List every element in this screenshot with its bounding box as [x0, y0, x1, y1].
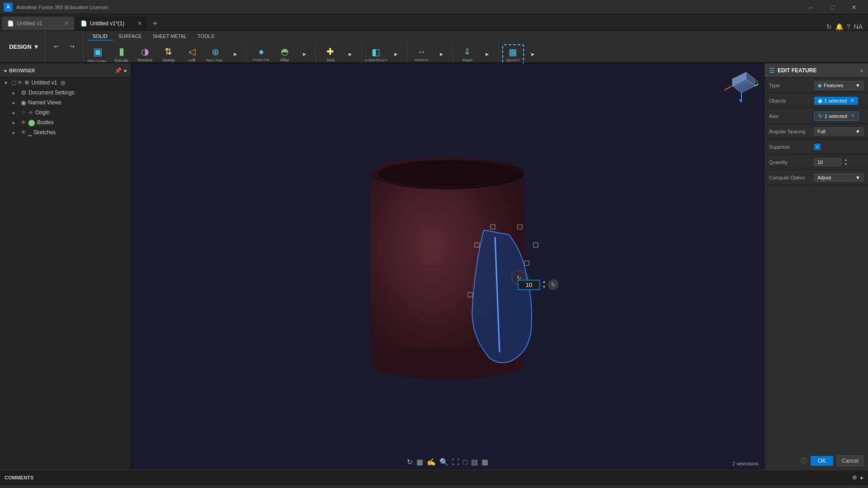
tree-item-doc-settings[interactable]: ▸ ⚙ Document Settings — [0, 88, 131, 98]
loft-button[interactable]: ◁ Loft — [181, 44, 203, 64]
assemble-more-icon: ► — [348, 51, 353, 57]
bodies-icon: ⬤ — [28, 119, 35, 126]
fillet-button[interactable]: ◓ Fillet — [274, 44, 296, 64]
suppress-row: Suppress ✓ — [764, 139, 868, 155]
joint-button[interactable]: ✚ Joint — [320, 44, 341, 64]
axis-clear-icon[interactable]: ✕ — [851, 113, 855, 119]
orbit-icon[interactable]: ↻ — [407, 458, 413, 466]
bell-icon[interactable]: 🔔 — [835, 23, 843, 30]
suppress-checkbox[interactable]: ✓ — [814, 144, 821, 150]
root-target-icon[interactable]: ◎ — [61, 80, 65, 86]
objects-selected-badge[interactable]: ◉ 1 selected ✕ — [814, 97, 858, 105]
quantity-up-icon[interactable]: ▲ — [844, 158, 848, 162]
maximize-button[interactable]: □ — [822, 0, 843, 14]
tree-item-root[interactable]: ▼ □ 👁 ⚙ Untitled v1 ◎ — [0, 78, 131, 88]
angular-spacing-dropdown[interactable]: Full ▼ — [814, 127, 863, 136]
root-visibility-icon[interactable]: 👁 — [17, 80, 23, 86]
expand-icon[interactable]: ▹ — [861, 67, 863, 74]
minimize-button[interactable]: – — [800, 0, 821, 14]
axis-selected-badge[interactable]: ↻ 1 selected ✕ — [814, 112, 859, 121]
insert-more-button[interactable]: ► — [480, 44, 495, 64]
type-dropdown[interactable]: ◉ Features ▼ — [814, 81, 863, 90]
viewcube[interactable]: Y X Z — [723, 68, 760, 104]
inspect-more-button[interactable]: ► — [434, 44, 449, 64]
tab-icon-active: 📄 — [80, 20, 87, 27]
browser-collapse-icon[interactable]: ▸ — [124, 67, 127, 74]
tab-close-icon-active[interactable]: ✕ — [137, 20, 142, 27]
compute-option-arrow-icon: ▼ — [855, 175, 860, 180]
comments-collapse-icon[interactable]: ▸ — [861, 474, 863, 481]
origin-icon: ✧ — [28, 109, 33, 116]
info-icon[interactable]: ⓘ — [801, 457, 807, 465]
pattern-button[interactable]: ⊛ Rect. Patt... — [205, 44, 226, 64]
browser-panel: ◂ BROWSER 📌 ▸ ▼ □ 👁 ⚙ Untitled v1 ◎ ▸ ⚙ … — [0, 63, 131, 470]
design-label: DESIGN — [9, 43, 32, 50]
type-arrow-icon: ▼ — [855, 83, 860, 88]
qty-up-icon[interactable]: ▲ — [542, 279, 546, 285]
qty-reset-button[interactable]: ↻ — [548, 279, 559, 290]
help-icon[interactable]: ? — [847, 23, 850, 30]
construct-more-button[interactable]: ► — [389, 44, 403, 64]
measure-button[interactable]: ↔ Measure — [411, 44, 433, 64]
root-settings-icon[interactable]: ⚙ — [24, 80, 29, 86]
account-icon[interactable]: NA — [854, 23, 863, 30]
sweep-button[interactable]: ⇅ Sweep — [158, 44, 179, 64]
extrude-button[interactable]: ▮ Extrude — [111, 44, 132, 64]
tab-tools[interactable]: TOOLS — [192, 33, 220, 41]
pan-icon[interactable]: ✍ — [427, 458, 436, 466]
origin-vis-icon[interactable]: 👁 — [21, 109, 26, 116]
named-views-icon: ◉ — [21, 99, 26, 106]
bodies-vis-icon[interactable]: 👁 — [21, 119, 26, 126]
tree-item-origin[interactable]: ▸ 👁 ✧ Origin — [0, 108, 131, 117]
compute-option-dropdown[interactable]: Adjust ▼ — [814, 174, 863, 182]
collapse-icon[interactable]: ◂ — [4, 67, 6, 74]
zoom-window-icon[interactable]: ⛶ — [452, 458, 459, 466]
edit-feature-icon: ☰ — [769, 67, 775, 74]
browser-pin-icon[interactable]: 📌 — [115, 67, 122, 74]
view-cube-icon[interactable]: □ — [463, 458, 467, 466]
design-dropdown-button[interactable]: DESIGN ▼ — [4, 31, 45, 62]
axis-value: 1 selected — [825, 113, 847, 119]
tab-sheet-metal[interactable]: SHEET METAL — [147, 33, 192, 41]
redo-button[interactable]: ↪ — [65, 37, 80, 56]
tab-untitled-v1-active[interactable]: 📄 Untitled v1*(1) ✕ — [75, 17, 147, 30]
select-more-button[interactable]: ► — [526, 44, 540, 64]
comments-settings-icon[interactable]: ⚙ — [852, 474, 857, 481]
display-settings-icon[interactable]: ▤ — [471, 458, 478, 466]
qty-down-icon[interactable]: ▼ — [542, 285, 546, 290]
close-button[interactable]: ✕ — [844, 0, 864, 14]
fit-view-icon[interactable]: ▦ — [416, 458, 423, 466]
tree-item-sketches[interactable]: ▸ 👁 ⎯ Sketches — [0, 127, 131, 137]
refresh-icon[interactable]: ↻ — [826, 23, 832, 30]
tree-item-named-views[interactable]: ▸ ◉ Named Views — [0, 98, 131, 108]
undo-button[interactable]: ↩ — [49, 37, 63, 56]
tab-untitled-v1[interactable]: 📄 Untitled v1 ✕ — [2, 17, 74, 30]
insert-button[interactable]: ⇓ Insert — [457, 44, 478, 64]
offset-plane-button[interactable]: ◧ CONSTRUCT — [365, 44, 387, 64]
tab-close-icon[interactable]: ✕ — [64, 20, 69, 27]
browser-header: ◂ BROWSER 📌 ▸ — [0, 63, 131, 78]
viewport[interactable]: ↻ ▲ ▼ ↻ — [131, 63, 764, 470]
tree-item-bodies[interactable]: ▸ 👁 ⬤ Bodies — [0, 117, 131, 127]
objects-clear-icon[interactable]: ✕ — [850, 98, 854, 103]
quantity-input-overlay[interactable] — [518, 280, 540, 290]
press-pull-button[interactable]: ● Press Pull — [250, 44, 272, 64]
fillet-icon: ◓ — [281, 46, 288, 57]
create-more-button[interactable]: ► — [228, 44, 243, 64]
tab-surface[interactable]: SURFACE — [113, 33, 147, 41]
select-button[interactable]: ▦ SELECT — [502, 44, 524, 64]
assemble-more-button[interactable]: ► — [343, 44, 358, 64]
title-bar: A Autodesk Fusion 360 (Education License… — [0, 0, 868, 14]
revolve-button[interactable]: ◑ Revolve — [134, 44, 156, 64]
zoom-icon[interactable]: 🔍 — [439, 458, 448, 466]
modify-more-button[interactable]: ► — [297, 44, 312, 64]
quantity-row: Quantity 10 ▲ ▼ — [764, 155, 868, 170]
grid-icon[interactable]: ▦ — [481, 458, 488, 466]
ok-button[interactable]: OK — [811, 456, 833, 466]
new-component-button[interactable]: ▣ New Comp... — [87, 44, 109, 64]
cancel-button[interactable]: Cancel — [837, 455, 863, 466]
quantity-down-icon[interactable]: ▼ — [844, 162, 848, 167]
add-tab-button[interactable]: + — [148, 17, 162, 30]
tab-solid[interactable]: SOLID — [87, 33, 113, 41]
sketches-vis-icon[interactable]: 👁 — [21, 129, 26, 136]
